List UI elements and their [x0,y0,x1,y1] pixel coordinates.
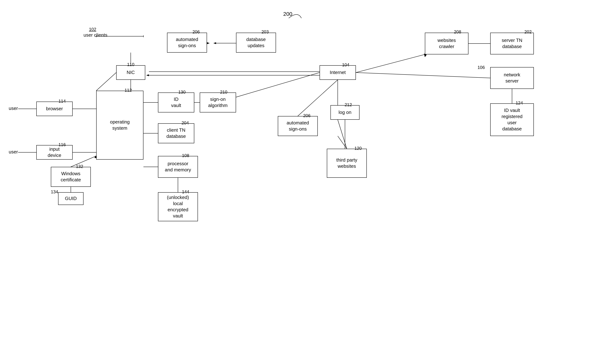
ref-signon-algorithm: 210 [220,90,227,95]
third-party-websites-box: third partywebsites [327,149,367,178]
id-vault-box: IDvault [158,92,194,112]
ref-automated-signons-top: 206 [193,29,200,34]
label-user-clients: user clients [84,32,107,38]
windows-cert-box: Windowscertificate [51,167,91,187]
diagram-container: 200 102 user clients user user server TN… [0,0,593,364]
ref-windows-cert: 132 [76,164,83,169]
ref-nic: 110 [127,62,134,67]
label-user1: user [9,105,18,111]
automated-signons-mid-box: automatedsign-ons [278,116,318,136]
ref-network-server: 106 [478,65,485,70]
ref-local-encrypted-vault: 144 [182,189,189,195]
svg-line-37 [71,156,96,167]
svg-line-12 [356,72,490,78]
ref-server-tn-db: 202 [524,29,532,34]
ref-user-clients: 102 [89,27,96,32]
browser-box: browser [36,102,73,116]
ref-internet: 104 [342,62,349,67]
ref-id-vault-registered: 124 [516,100,523,105]
svg-marker-48 [213,42,216,44]
ref-processor-memory: 108 [182,153,189,158]
database-updates-box: databaseupdates [236,33,276,52]
label-user2: user [9,149,18,155]
svg-line-14 [356,54,425,72]
ref-guid: 134 [51,189,58,195]
ref-id-vault: 130 [178,90,186,95]
ref-automated-signons-mid: 206 [303,113,311,118]
network-server-box: networkserver [490,67,534,89]
svg-line-18 [96,72,116,91]
nic-box: NIC [116,65,145,80]
input-device-box: inputdevice [36,145,73,160]
id-vault-registered-box: ID vaultregistereduserdatabase [490,103,534,136]
ref-operating-system: 112 [125,88,132,93]
ref-browser: 114 [59,99,66,104]
automated-signons-top-box: automatedsign-ons [167,33,207,52]
ref-client-tn-db: 204 [182,120,189,125]
websites-crawler-box: websitescrawler [425,33,468,54]
operating-system-box: operatingsystem [96,91,143,160]
svg-line-43 [338,120,347,149]
ref-database-updates: 203 [261,29,269,34]
internet-box: Internet [320,65,356,80]
diagram-title: 200 [283,11,292,17]
local-encrypted-vault-box: (unlocked)localencryptedvault [158,192,198,221]
ref-log-on: 212 [345,102,352,107]
client-tn-db-box: client TNdatabase [158,123,194,143]
log-on-box: log on [330,105,360,120]
guid-box: GUID [58,192,84,205]
ref-input-device: 116 [59,142,66,147]
server-tn-database-box: server TNdatabase [490,33,534,54]
svg-marker-46 [207,42,210,44]
ref-websites-crawler: 208 [454,29,461,34]
svg-marker-6 [146,74,149,76]
processor-memory-box: processorand memory [158,156,198,178]
signon-algorithm-box: sign-onalgorithm [200,92,236,112]
svg-line-41 [338,136,347,149]
ref-third-party-websites: 120 [354,146,362,151]
